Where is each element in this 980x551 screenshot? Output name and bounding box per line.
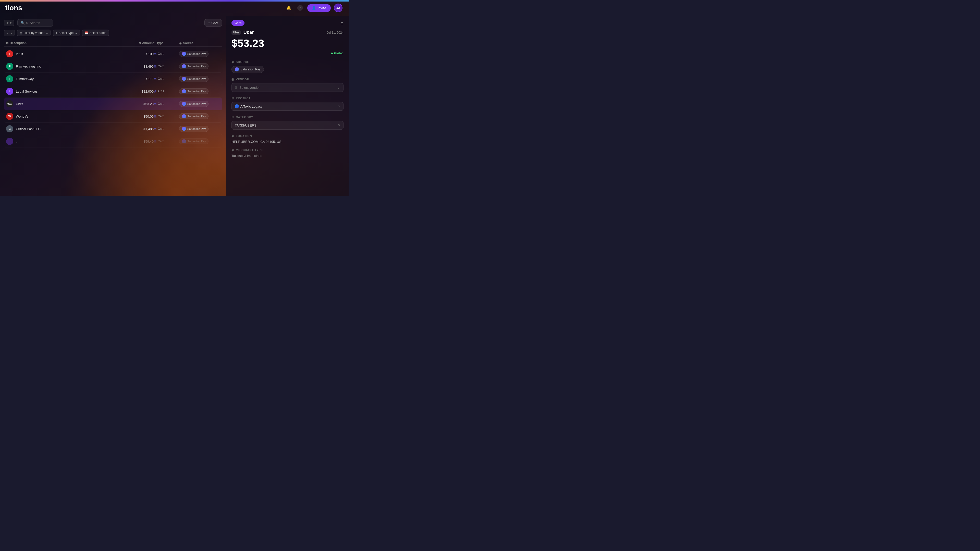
merchant-type-label-row: ◉ MERCHANT TYPE [231,148,344,152]
project-field[interactable]: A Toxic Legacy × [231,102,344,111]
user-avatar[interactable]: JJ [334,3,342,12]
category-clear-button[interactable]: × [338,123,340,127]
row-amount: $50.05 [128,114,154,118]
merchant-type-value: Taxicabs/Limousines [231,154,344,158]
vendor-section: ◉ VENDOR ⊞ Select vendor ⌄ [231,78,344,92]
type-text: Card [158,127,164,130]
vendor-section-icon: ◉ [231,78,234,81]
row-amount: $3,495 [128,65,154,68]
type-icon: ⇄ [154,89,156,93]
type-icon: ▤ [154,127,156,130]
bell-icon-button[interactable]: 🔔 [285,4,293,12]
select-type-label: Select type [59,31,73,35]
type-text: Card [158,114,164,118]
row-amount: $1,485 [128,127,154,131]
right-panel: Card » Uber Uber Jul 11, 2024 $53.23 Pos… [226,16,348,196]
panel-header: Card » [231,20,344,26]
filter-vendor-label: Filter by vendor [24,31,45,35]
question-icon: ? [298,5,303,11]
row-avatar: L [6,88,13,95]
source-badge-icon [182,77,186,81]
grid-icon: ⊞ [6,41,8,45]
row-source: Saturation Pay [179,126,220,132]
vendor-section-title: VENDOR [236,78,249,81]
table-row[interactable]: I Intuit $100 ▤ Card Saturation Pay [4,48,222,60]
source-logo-icon [235,67,239,71]
csv-button[interactable]: ↑ CSV [204,19,222,27]
select-dates-chip[interactable]: 📅 Select dates [82,30,109,36]
source-section: ◉ SOURCE Saturation Pay [231,60,344,73]
col-type: Type [156,41,163,45]
type-icon: ▤ [154,77,156,81]
left-panel: ▾ ▾ 🔍 0 Search ↑ CSV ⌄ ⌄ [0,16,226,196]
category-section: ⊞ CATEGORY TAXIS/UBERS × [231,115,344,130]
source-badge-text: Saturation Pay [187,65,206,68]
dropdown-label: ▾ [10,21,11,25]
type-icon: ▤ [154,140,156,143]
category-section-title: CATEGORY [236,116,253,119]
table-row[interactable]: F Film Archives Inc $3,495 ▤ Card Satura… [4,60,222,73]
source-badge: Saturation Pay [179,88,208,94]
table-header: ⊞ Description $ Amount ≡ Type ◉ Source [4,40,222,47]
row-type: ▤ Card [154,140,179,143]
col-amount: Amount [142,41,154,45]
help-icon-button[interactable]: ? [296,4,304,12]
table-row[interactable]: C Critical Past LLC $1,485 ▤ Card Satura… [4,123,222,135]
app-container: tions 🔔 ? 👤 Invite JJ ▾ ▾ [0,0,348,196]
row-desc-text: ... [16,140,19,143]
source-badge-icon [182,89,186,94]
expand-button[interactable]: » [341,21,344,26]
row-source: Saturation Pay [179,101,220,107]
vendor-select-icon: ⊞ [235,86,237,89]
select-dates-label: Select dates [89,31,107,35]
location-section: ◉ LOCATION HELP.UBER.COM, CA 94105, US [231,134,344,144]
row-avatar: ... [6,138,13,145]
merchant-type-section: ◉ MERCHANT TYPE Taxicabs/Limousines [231,148,344,158]
invite-button[interactable]: 👤 Invite [307,4,331,12]
row-desc-text: Wendy's [16,114,28,118]
toolbar: ▾ ▾ 🔍 0 Search ↑ CSV [4,19,222,27]
row-avatar: Uber [6,100,13,107]
row-desc-text: Uber [16,102,23,106]
source-badge-text: Saturation Pay [187,102,206,105]
row-avatar: C [6,125,13,132]
select-type-chip[interactable]: ≡ Select type ⌄ [53,30,80,36]
card-type-badge: Card [231,20,245,26]
source-pill: Saturation Pay [231,66,264,73]
search-box[interactable]: 🔍 0 Search [18,19,53,27]
vendor-logo: Uber [231,30,241,35]
row-avatar: F [6,63,13,70]
merchant-type-icon: ◉ [231,148,234,152]
type-text: Card [158,65,164,68]
table-row[interactable]: Uber Uber $53.23 ▤ Card Saturation Pay [4,98,222,110]
source-badge: Saturation Pay [179,76,208,82]
row-description: W Wendy's [6,113,128,120]
category-field[interactable]: TAXIS/UBERS × [231,121,344,130]
filter-vendor-chip[interactable]: ▤ Filter by vendor ⌄ [17,30,51,36]
row-type: ▤ Card [154,114,179,118]
source-badge-icon [182,114,186,118]
table-row[interactable]: L Legal Services $12,000 ⇄ ACH Saturatio… [4,85,222,98]
source-badge: Saturation Pay [179,138,208,144]
table-row[interactable]: W Wendy's $50.05 ▤ Card Saturation Pay [4,110,222,123]
bell-icon: 🔔 [286,6,291,11]
vendor-select[interactable]: ⊞ Select vendor ⌄ [231,83,344,92]
row-avatar: I [6,50,13,57]
row-description: I Intuit [6,50,128,57]
project-clear-button[interactable]: × [338,104,340,108]
search-count: 0 [26,21,28,25]
row-desc-text: Film Archives Inc [16,65,41,68]
table-row[interactable]: ... ... $59.40 ▤ Card Saturation Pay [4,135,222,148]
type-icon: ▤ [154,102,156,106]
type-icon: ▤ [154,52,156,56]
row-avatar: F [6,75,13,83]
category-value: TAXIS/UBERS [235,124,256,127]
type-col-icon: ≡ [154,41,155,44]
status-dot [331,52,333,54]
type-filter-icon: ≡ [56,32,57,35]
project-value: A Toxic Legacy [240,105,262,108]
table-row[interactable]: F Filmfreeway $111 ▤ Card Saturation Pay [4,73,222,85]
invite-label: Invite [318,6,326,10]
col-description: Description [10,41,27,45]
csv-label: CSV [211,21,218,25]
